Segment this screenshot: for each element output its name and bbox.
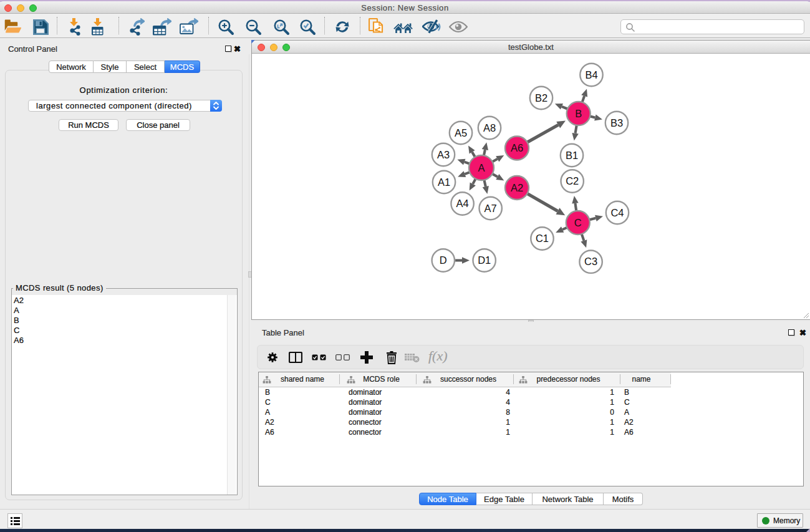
svg-text:A7: A7 [485,203,497,214]
svg-text:C4: C4 [610,207,624,218]
svg-text:A5: A5 [455,127,467,138]
svg-text:B2: B2 [535,92,547,104]
svg-text:A6: A6 [511,142,523,153]
svg-text:C1: C1 [536,233,549,244]
svg-text:D1: D1 [478,254,491,266]
svg-text:A1: A1 [438,177,450,188]
svg-text:A4: A4 [456,198,469,209]
svg-text:C3: C3 [584,256,597,267]
svg-text:B: B [575,108,582,119]
svg-text:A2: A2 [511,182,523,193]
svg-text:A: A [478,162,485,173]
svg-text:B1: B1 [566,150,578,161]
svg-text:C2: C2 [566,175,579,186]
svg-text:B3: B3 [610,117,623,128]
svg-text:C: C [574,217,582,228]
svg-text:D: D [440,254,447,266]
svg-text:A3: A3 [437,149,450,160]
svg-text:B4: B4 [585,69,597,80]
svg-text:A8: A8 [483,122,496,133]
